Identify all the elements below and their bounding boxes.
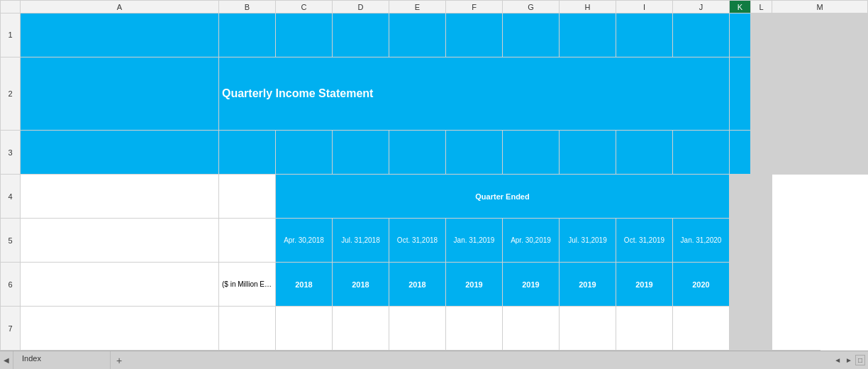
cell-e1: [389, 13, 446, 57]
row-7: 7: [1, 307, 868, 351]
title-cell: Quarterly Income Statement: [219, 57, 730, 130]
year-header-4: 2019: [503, 263, 560, 307]
cell-b3: [219, 131, 276, 175]
scrollbar-area: ◄ ► □: [833, 351, 868, 369]
cell-m6: [751, 263, 772, 307]
col-header-g[interactable]: G: [503, 1, 560, 13]
cell-m1: [772, 13, 868, 57]
cell-m3: [772, 131, 868, 175]
cell-j1: [673, 13, 730, 57]
date-header-0: Apr. 30,2018: [276, 219, 333, 263]
year-header-3: 2019: [446, 263, 503, 307]
cell-m5: [751, 219, 772, 263]
rownum-3: 3: [1, 131, 21, 175]
col-header-b[interactable]: B: [219, 1, 276, 13]
rownum-1: 1: [1, 13, 21, 57]
cell-c7: [276, 307, 333, 351]
cell-m4: [751, 175, 772, 219]
grid: A B C D E F G H I J K L M 1: [0, 0, 868, 351]
cell-g7: [503, 307, 560, 351]
col-header-d[interactable]: D: [333, 1, 389, 13]
cell-k3: [730, 131, 751, 175]
tabs-container: IndexImportant AssumptionsQuarterly ISIS…: [13, 351, 111, 369]
rownum-4: 4: [1, 175, 21, 219]
cell-j7: [673, 307, 730, 351]
tab-scroll-left[interactable]: ◀: [0, 351, 13, 369]
cell-l5: [730, 219, 751, 263]
cell-l6: [730, 263, 751, 307]
col-header-l[interactable]: L: [751, 1, 772, 13]
cell-c3: [276, 131, 333, 175]
cell-d3: [333, 131, 389, 175]
cell-g3: [503, 131, 560, 175]
col-header-j[interactable]: J: [673, 1, 730, 13]
cell-g1: [503, 13, 560, 57]
rownum-6: 6: [1, 263, 21, 307]
row-6: 6 ($ in Million Except Per Share Amounts…: [1, 263, 868, 307]
col-header-k[interactable]: K: [730, 1, 751, 13]
row-3: 3: [1, 131, 868, 175]
cell-i3: [616, 131, 673, 175]
col-header-i[interactable]: I: [616, 1, 673, 13]
cell-a6: [21, 263, 219, 307]
year-header-6: 2019: [616, 263, 673, 307]
cell-f7: [446, 307, 503, 351]
cell-c1: [276, 13, 333, 57]
cell-a5: [21, 219, 219, 263]
cell-l1: [751, 13, 772, 57]
cell-k2: [730, 57, 751, 130]
cell-b1: [219, 13, 276, 57]
col-header-c[interactable]: C: [276, 1, 333, 13]
col-header-h[interactable]: H: [560, 1, 616, 13]
tab-important-assumptions[interactable]: Important Assumptions: [13, 365, 111, 369]
cell-k1: [730, 13, 751, 57]
date-header-5: Jul. 31,2019: [560, 219, 616, 263]
spreadsheet: A B C D E F G H I J K L M 1: [0, 0, 868, 369]
year-header-1: 2018: [333, 263, 389, 307]
cell-b5: [219, 219, 276, 263]
col-header-f[interactable]: F: [446, 1, 503, 13]
cell-h7: [560, 307, 616, 351]
row-5: 5 Apr. 30,2018 Jul. 31,2018 Oct. 31,2018…: [1, 219, 868, 263]
tab-bar: ◀ IndexImportant AssumptionsQuarterly IS…: [0, 351, 868, 369]
col-header-m[interactable]: M: [772, 1, 868, 13]
col-header-a[interactable]: A: [21, 1, 219, 13]
cell-l2: [751, 57, 772, 130]
date-header-3: Jan. 31,2019: [446, 219, 503, 263]
subtitle-cell: ($ in Million Except Per Share Amounts): [219, 263, 276, 307]
cell-i7: [616, 307, 673, 351]
cell-a1: [21, 13, 219, 57]
year-header-7: 2020: [673, 263, 730, 307]
cell-l3: [751, 131, 772, 175]
cell-d1: [333, 13, 389, 57]
quarter-ended-header: Quarter Ended: [276, 175, 730, 219]
cell-a7: [21, 307, 219, 351]
scrollbar-end[interactable]: □: [855, 355, 865, 365]
cell-f3: [446, 131, 503, 175]
date-header-6: Oct. 31,2019: [616, 219, 673, 263]
date-header-1: Jul. 31,2018: [333, 219, 389, 263]
scrollbar-left[interactable]: ◄: [833, 356, 842, 364]
row-1: 1: [1, 13, 868, 57]
cell-m7: [751, 307, 772, 351]
cell-d7: [333, 307, 389, 351]
year-header-5: 2019: [560, 263, 616, 307]
rownum-2: 2: [1, 57, 21, 130]
cell-f1: [446, 13, 503, 57]
cell-h1: [560, 13, 616, 57]
cell-a4: [21, 175, 219, 219]
tab-index[interactable]: Index: [13, 351, 111, 365]
date-header-4: Apr. 30,2019: [503, 219, 560, 263]
cell-l7: [730, 307, 751, 351]
cell-b7: [219, 307, 276, 351]
scrollbar-right[interactable]: ►: [844, 356, 854, 364]
year-header-0: 2018: [276, 263, 333, 307]
rownum-5: 5: [1, 219, 21, 263]
col-header-e[interactable]: E: [389, 1, 446, 13]
add-sheet-button[interactable]: +: [111, 351, 128, 369]
cell-i1: [616, 13, 673, 57]
cell-l4: [730, 175, 751, 219]
rownum-7: 7: [1, 307, 21, 351]
corner-cell: [1, 1, 21, 13]
cell-e7: [389, 307, 446, 351]
